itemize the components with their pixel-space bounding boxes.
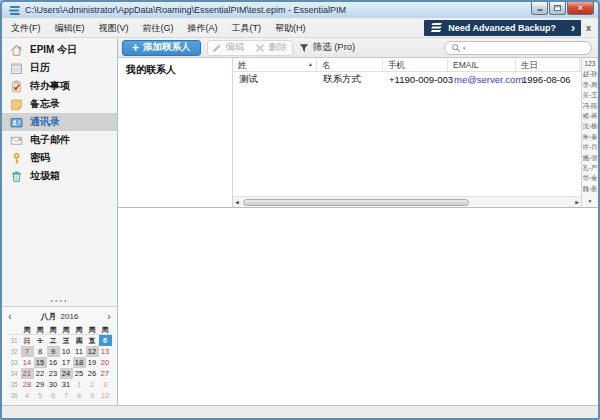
calendar-day-cell[interactable]: 9 [47,346,60,357]
calendar-prev-button[interactable]: ‹ [4,311,16,323]
column-header-3[interactable]: EMAIL [448,58,516,71]
splitter-handle[interactable]: •••• [2,298,117,306]
index-item[interactable]: 吴-王 [582,90,597,100]
calendar-day-cell[interactable]: 5 [86,335,99,346]
contact-cell-3[interactable]: me@server.com [448,74,516,85]
calendar-day-cell[interactable]: 8 [34,346,47,357]
calendar-day-cell[interactable]: 12 [86,346,99,357]
index-item[interactable]: 赵-孙 [582,69,597,79]
calendar-day-cell[interactable]: 23 [47,368,60,379]
calendar-day-cell[interactable]: 25 [73,368,86,379]
delete-button[interactable]: 删除 [255,41,288,54]
calendar-day-cell[interactable]: 10 [60,346,73,357]
calendar-day-cell[interactable]: 17 [60,357,73,368]
horizontal-scrollbar[interactable]: ◀ ▶ [233,196,581,207]
index-item[interactable]: 许-吕 [582,142,597,152]
index-more-icon[interactable]: ▼ [588,198,593,204]
calendar-day-cell[interactable]: 5 [34,390,47,401]
index-item[interactable]: 魏-姜 [582,184,597,194]
index-item[interactable]: 冯-陈 [582,101,597,111]
calendar-day-cell[interactable]: 4 [73,335,86,346]
calendar-day-cell[interactable]: 24 [60,368,73,379]
sidebar-item-mail[interactable]: 电子邮件 [2,131,117,149]
column-header-0[interactable]: 姓▲ [233,58,317,71]
calendar-day-cell[interactable]: 3 [99,379,112,390]
calendar-day-cell[interactable]: 27 [99,368,112,379]
calendar-day-cell[interactable]: 15 [34,357,47,368]
calendar-day-cell[interactable]: 2 [86,379,99,390]
calendar-day-cell[interactable]: 11 [73,346,86,357]
calendar-day-cell[interactable]: 18 [73,357,86,368]
sidebar-item-calendar[interactable]: 日历 [2,59,117,77]
calendar-day-cell[interactable]: 30 [47,379,60,390]
calendar-day-cell[interactable]: 20 [99,357,112,368]
search-text-field[interactable] [468,43,585,53]
menu-item-2[interactable]: 视图(V) [92,18,136,38]
calendar-day-cell[interactable]: 3 [60,335,73,346]
calendar-day-cell[interactable]: 29 [34,379,47,390]
edit-button[interactable]: 编辑 [212,41,245,54]
contact-row[interactable]: 测试联系方式+1190-009-003me@server.com1996-08-… [233,72,581,87]
sidebar-item-password[interactable]: 密码 [2,149,117,167]
calendar-day-cell[interactable]: 2 [47,335,60,346]
index-item[interactable]: 褚-蒋 [582,111,597,121]
calendar-day-cell[interactable]: 21 [21,368,34,379]
calendar-next-button[interactable]: › [103,311,115,323]
index-item[interactable]: 沈-杨 [582,121,597,131]
x-icon [255,43,265,53]
calendar-day-cell[interactable]: 22 [34,368,47,379]
filter-button[interactable]: 筛选 (Pro) [299,41,356,54]
column-header-2[interactable]: 手机 [383,58,448,71]
banner-close-button[interactable]: x [581,23,596,33]
calendar-day-cell[interactable]: 28 [21,379,34,390]
scroll-right-icon[interactable]: ▶ [575,200,579,205]
calendar-day-cell[interactable]: 1 [34,335,47,346]
sidebar-item-today[interactable]: EPIM 今日 [2,41,117,59]
tree-item-my-contacts[interactable]: 我的联系人 [118,58,232,82]
column-header-4[interactable]: 生日 [516,58,580,71]
index-item[interactable]: 华-金 [582,173,597,183]
column-header-1[interactable]: 名 [317,58,383,71]
index-item[interactable]: 孔-严 [582,163,597,173]
calendar-day-cell[interactable]: 1 [73,379,86,390]
search-input[interactable]: ▾ [444,41,592,55]
close-button[interactable]: × [567,2,594,15]
menu-item-5[interactable]: 工具(T) [225,18,269,38]
scrollbar-track[interactable] [241,199,573,206]
calendar-day-cell[interactable]: 14 [21,357,34,368]
calendar-day-cell[interactable]: 6 [47,390,60,401]
index-item[interactable]: 123 [585,59,596,69]
sidebar-item-trash[interactable]: 垃圾箱 [2,167,117,185]
index-item[interactable]: 施-张 [582,153,597,163]
calendar-day-cell[interactable]: 8 [73,390,86,401]
menu-item-3[interactable]: 前往(G) [136,18,181,38]
maximize-button[interactable] [549,2,566,15]
calendar-day-cell[interactable]: 13 [99,346,112,357]
add-contact-button[interactable]: + 添加联系人 [122,40,201,56]
calendar-day-cell[interactable]: 26 [86,368,99,379]
calendar-day-cell[interactable]: 19 [86,357,99,368]
index-item[interactable]: 李-周 [582,80,597,90]
menu-item-0[interactable]: 文件(F) [4,18,48,38]
calendar-day-cell[interactable]: 7 [60,390,73,401]
index-item[interactable]: 朱-秦 [582,132,597,142]
calendar-day-cell[interactable]: 7 [21,346,34,357]
search-dropdown-arrow-icon[interactable]: ▾ [463,45,466,51]
calendar-day-cell[interactable]: 16 [47,357,60,368]
menu-item-6[interactable]: 帮助(H) [268,18,313,38]
calendar-today-cell[interactable]: 6 [99,335,112,346]
calendar-day-cell[interactable]: 31 [21,335,34,346]
calendar-day-cell[interactable]: 31 [60,379,73,390]
menu-item-4[interactable]: 操作(A) [181,18,225,38]
minimize-button[interactable] [531,2,548,15]
scrollbar-thumb[interactable] [243,199,469,206]
sidebar-item-contacts[interactable]: 通讯录 [2,113,117,131]
menu-item-1[interactable]: 编辑(E) [48,18,92,38]
backup-banner[interactable]: Need Advanced Backup? › [424,20,581,36]
calendar-day-cell[interactable]: 10 [99,390,112,401]
scroll-left-icon[interactable]: ◀ [235,200,239,205]
calendar-day-cell[interactable]: 4 [21,390,34,401]
sidebar-item-todo[interactable]: 待办事项 [2,77,117,95]
sidebar-item-notes[interactable]: 备忘录 [2,95,117,113]
calendar-day-cell[interactable]: 9 [86,390,99,401]
